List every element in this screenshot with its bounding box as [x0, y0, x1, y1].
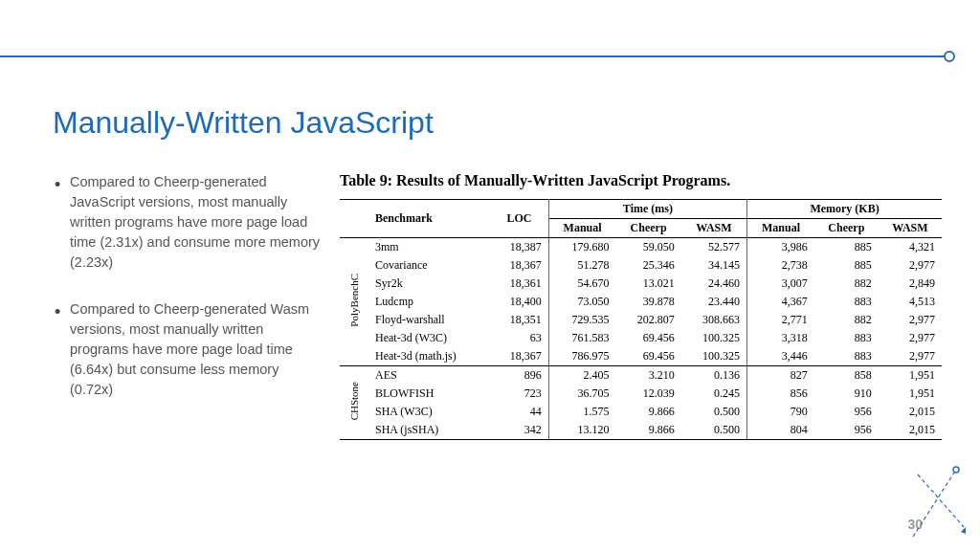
table-cell: 18,361	[490, 275, 548, 293]
table-cell: 39.878	[615, 293, 680, 311]
svg-point-2	[953, 467, 959, 473]
table-cell: 882	[814, 311, 879, 329]
table-cell: 100.325	[681, 347, 747, 366]
table-cell: BLOWFISH	[368, 385, 490, 403]
table-cell: 790	[747, 403, 814, 421]
table-cell: 858	[814, 366, 879, 386]
col-memory: Memory (KB)	[747, 200, 942, 219]
table-row: Covariance18,36751.27825.34634.1452,7388…	[340, 256, 942, 275]
table-cell: 4,321	[879, 238, 942, 257]
table-cell: 3,446	[747, 347, 814, 366]
col-mem-manual: Manual	[747, 219, 814, 238]
table-cell: 13.120	[548, 421, 615, 440]
col-mem-cheerp: Cheerp	[814, 219, 879, 238]
table-cell: 0.136	[681, 366, 747, 386]
table-cell: 729.535	[548, 311, 615, 329]
table-row: Ludcmp18,40073.05039.87823.4404,3678834,…	[340, 293, 942, 311]
group-label: CHStone	[340, 366, 368, 440]
table-cell: 69.456	[615, 347, 680, 366]
table-caption: Table 9: Results of Manually-Written Jav…	[340, 172, 942, 189]
table-cell: 956	[814, 421, 879, 440]
table-cell: 2,015	[879, 403, 942, 421]
table-cell: 179.680	[548, 238, 615, 257]
group-label: PolyBenchC	[340, 238, 368, 366]
table-row: BLOWFISH72336.70512.0390.2458569101,951	[340, 385, 942, 403]
table-row: Floyd-warshall18,351729.535202.807308.66…	[340, 311, 942, 329]
table-cell: 18,351	[490, 311, 548, 329]
table-cell: 59.050	[615, 238, 680, 257]
col-time-wasm: WASM	[681, 219, 747, 238]
col-mem-wasm: WASM	[879, 219, 942, 238]
table-cell: 3.210	[615, 366, 680, 386]
table-cell: 0.245	[681, 385, 747, 403]
table-cell: 2,015	[879, 421, 942, 440]
table-cell: 54.670	[548, 275, 615, 293]
header-rule	[0, 55, 947, 57]
table-cell: 18,367	[490, 347, 548, 366]
corner-decoration-icon	[908, 465, 966, 541]
table-cell: 761.583	[548, 329, 615, 347]
table-row: Syr2k18,36154.67013.02124.4603,0078822,8…	[340, 275, 942, 293]
table-cell: 342	[490, 421, 548, 440]
table-cell: 0.500	[681, 421, 747, 440]
table-cell: Heat-3d (math.js)	[368, 347, 490, 366]
col-benchmark: Benchmark	[368, 200, 490, 238]
table-cell: 69.456	[615, 329, 680, 347]
table-cell: 2,849	[879, 275, 942, 293]
svg-line-0	[913, 470, 956, 537]
col-time-cheerp: Cheerp	[615, 219, 680, 238]
table-cell: 3,318	[747, 329, 814, 347]
table-cell: 885	[814, 256, 879, 275]
table-row: Heat-3d (W3C)63761.58369.456100.3253,318…	[340, 329, 942, 347]
table-cell: 2,977	[879, 347, 942, 366]
page-title: Manually-Written JavaScript	[53, 105, 434, 141]
table-cell: 956	[814, 403, 879, 421]
table-cell: 9.866	[615, 403, 680, 421]
table-cell: 2,771	[747, 311, 814, 329]
table-cell: 13.021	[615, 275, 680, 293]
table-cell: Ludcmp	[368, 293, 490, 311]
table-cell: Heat-3d (W3C)	[368, 329, 490, 347]
table-cell: 36.705	[548, 385, 615, 403]
table-cell: 883	[814, 329, 879, 347]
table-cell: 2,977	[879, 311, 942, 329]
table-cell: 3,986	[747, 238, 814, 257]
table-row: SHA (W3C)441.5759.8660.5007909562,015	[340, 403, 942, 421]
svg-marker-3	[961, 527, 966, 534]
table-cell: Covariance	[368, 256, 490, 275]
table-cell: 0.500	[681, 403, 747, 421]
table-row: Heat-3d (math.js)18,367786.97569.456100.…	[340, 347, 942, 366]
table-cell: 885	[814, 238, 879, 257]
table-cell: 910	[814, 385, 879, 403]
table-cell: 51.278	[548, 256, 615, 275]
bullet-column: Compared to Cheerp-generated JavaScript …	[53, 172, 321, 440]
header-rule-circle-icon	[944, 51, 955, 62]
table-cell: 25.346	[615, 256, 680, 275]
table-cell: 202.807	[615, 311, 680, 329]
table-cell: 1,951	[879, 366, 942, 386]
table-cell: 18,367	[490, 256, 548, 275]
table-cell: 804	[747, 421, 814, 440]
table-cell: Floyd-warshall	[368, 311, 490, 329]
table-cell: SHA (jsSHA)	[368, 421, 490, 440]
table-cell: 12.039	[615, 385, 680, 403]
table-cell: 100.325	[681, 329, 747, 347]
table-cell: 1,951	[879, 385, 942, 403]
table-row: PolyBenchC3mm18,387179.68059.05052.5773,…	[340, 238, 942, 257]
col-time: Time (ms)	[548, 200, 746, 219]
table-cell: 883	[814, 293, 879, 311]
table-cell: 882	[814, 275, 879, 293]
table-cell: AES	[368, 366, 490, 386]
table-cell: SHA (W3C)	[368, 403, 490, 421]
table-cell: 2,977	[879, 329, 942, 347]
table-cell: 4,513	[879, 293, 942, 311]
table-cell: 18,400	[490, 293, 548, 311]
table-cell: 1.575	[548, 403, 615, 421]
table-row: CHStoneAES8962.4053.2100.1368278581,951	[340, 366, 942, 386]
table-cell: 4,367	[747, 293, 814, 311]
table-cell: 34.145	[681, 256, 747, 275]
table-cell: 3,007	[747, 275, 814, 293]
table-column: Table 9: Results of Manually-Written Jav…	[340, 172, 942, 440]
col-loc: LOC	[490, 200, 548, 238]
table-cell: 308.663	[681, 311, 747, 329]
